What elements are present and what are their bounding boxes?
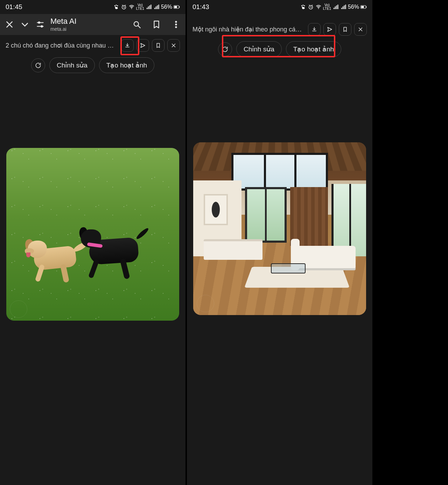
network-lte-icon: Vo)LTE1 [136, 3, 144, 10]
page-title: Meta AI meta.ai [50, 17, 127, 32]
search-icon[interactable] [132, 19, 142, 30]
alarm-icon [308, 4, 314, 10]
battery-icon [174, 4, 180, 10]
svg-rect-9 [179, 6, 180, 8]
svg-point-14 [175, 24, 177, 25]
battery-icon [360, 4, 367, 10]
clock: 01:43 [192, 3, 209, 11]
prompt-text: Một ngôi nhà hiện đại theo phong cá… [192, 26, 305, 33]
animate-button[interactable]: Tạo hoạt ảnh [286, 41, 341, 57]
paw-icon [300, 4, 306, 10]
prompt-row: 2 chú chó đang chơi đùa cùng nhau … [4, 35, 181, 55]
alarm-icon [121, 4, 127, 10]
bookmark-button[interactable] [152, 39, 164, 52]
regenerate-button[interactable] [31, 58, 45, 72]
paw-icon [113, 4, 119, 10]
image-dogs-playing [6, 148, 179, 321]
svg-point-13 [175, 21, 177, 22]
download-button[interactable] [121, 39, 134, 52]
svg-rect-24 [361, 6, 364, 8]
settings-sliders-icon[interactable] [35, 19, 46, 30]
svg-point-11 [41, 26, 43, 27]
signal-icon-2 [153, 4, 160, 10]
battery-percent: 56% [348, 4, 359, 10]
phone-left: 01:45 Vo)LTE1 56% Meta AI meta.ai [0, 0, 186, 485]
action-row: Chỉnh sửa Tạo hoạt ảnh [4, 55, 181, 78]
svg-point-2 [117, 5, 118, 6]
wifi-icon [315, 4, 322, 10]
svg-point-17 [302, 5, 303, 6]
phone-right: 01:43 Vo)LTE1 56% Một ngôi nhà hiện đại … [187, 0, 372, 485]
signal-icon [332, 4, 339, 10]
more-vert-icon[interactable] [171, 19, 181, 30]
bookmark-button[interactable] [339, 23, 351, 36]
network-lte-icon: Vo)LTE1 [323, 3, 331, 10]
svg-point-15 [175, 26, 177, 28]
image-modern-house-interior [193, 142, 366, 315]
svg-point-10 [38, 22, 40, 23]
svg-point-16 [301, 5, 302, 6]
content-area: 2 chú chó đang chơi đùa cùng nhau … Chỉn… [0, 35, 186, 321]
regenerate-button[interactable] [218, 42, 232, 56]
dog-golden-retriever [23, 227, 86, 283]
edit-button[interactable]: Chỉnh sửa [49, 57, 95, 73]
send-button[interactable] [136, 39, 149, 52]
svg-rect-25 [366, 6, 366, 8]
prompt-row: Một ngôi nhà hiện đại theo phong cá… [191, 19, 368, 39]
signal-icon-2 [340, 4, 346, 10]
generated-image[interactable] [193, 142, 366, 315]
close-button[interactable] [354, 23, 367, 36]
status-bar: 01:45 Vo)LTE1 56% [0, 0, 186, 14]
svg-point-20 [302, 7, 305, 9]
edit-button[interactable]: Chỉnh sửa [236, 41, 282, 57]
prompt-text: 2 chú chó đang chơi đùa cùng nhau … [6, 42, 118, 49]
status-icons: Vo)LTE1 56% [300, 3, 367, 10]
svg-point-6 [131, 8, 132, 9]
wifi-icon [128, 4, 135, 10]
svg-point-12 [134, 22, 139, 26]
status-bar: 01:43 Vo)LTE1 56% [187, 0, 372, 14]
svg-point-1 [115, 5, 117, 6]
close-icon[interactable] [4, 19, 15, 30]
close-button[interactable] [167, 39, 180, 52]
watermark-icon [197, 295, 214, 312]
subtitle-text: meta.ai [50, 26, 127, 32]
generated-image[interactable] [6, 148, 179, 321]
status-icons: Vo)LTE1 56% [113, 3, 180, 10]
bookmark-icon[interactable] [151, 19, 162, 30]
chevron-down-icon[interactable] [20, 19, 30, 30]
content-area: Một ngôi nhà hiện đại theo phong cá… Chỉ… [187, 14, 372, 315]
battery-percent: 56% [161, 4, 172, 10]
browser-header: Meta AI meta.ai [0, 14, 186, 35]
send-button[interactable] [323, 23, 336, 36]
title-text: Meta AI [50, 17, 127, 26]
download-button[interactable] [308, 23, 321, 36]
signal-icon [146, 4, 152, 10]
svg-rect-8 [174, 6, 177, 8]
svg-point-0 [114, 5, 115, 6]
svg-point-4 [115, 7, 118, 9]
svg-point-18 [304, 5, 305, 6]
dog-black-lab [79, 220, 149, 283]
animate-button[interactable]: Tạo hoạt ảnh [99, 57, 154, 73]
clock: 01:45 [6, 3, 22, 11]
action-row: Chỉnh sửa Tạo hoạt ảnh [191, 39, 368, 62]
watermark-icon [10, 300, 27, 318]
svg-point-22 [318, 8, 319, 9]
